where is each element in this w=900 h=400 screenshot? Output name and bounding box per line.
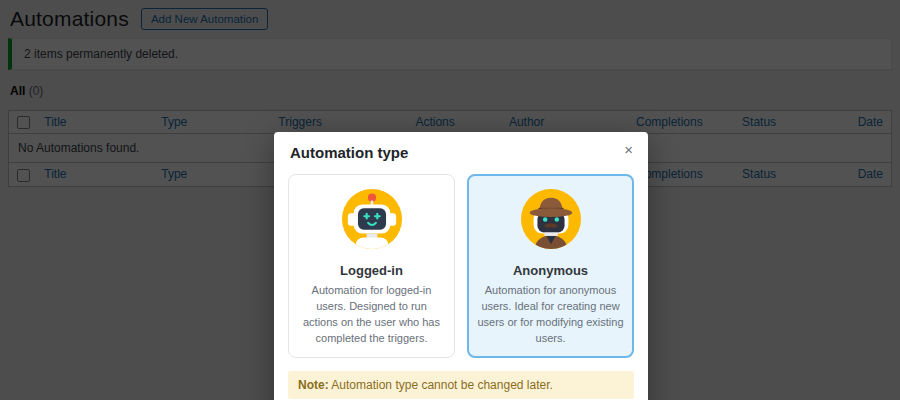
note-text: Automation type cannot be changed later. [329,378,553,392]
option-title: Logged-in [298,263,445,278]
close-icon[interactable]: × [620,138,637,161]
option-description: Automation for anonymous users. Ideal fo… [477,283,624,347]
option-logged-in-card[interactable]: Logged-in Automation for logged-in users… [288,174,455,358]
screen: Automations Add New Automation 2 items p… [0,0,900,400]
modal-title: Automation type [290,144,632,161]
note-label: Note: [298,378,329,392]
automation-type-options: Logged-in Automation for logged-in users… [274,170,648,358]
anonymous-robot-icon [520,188,582,250]
modal-header: Automation type × [274,132,648,170]
option-title: Anonymous [477,263,624,278]
automation-type-modal: Automation type × [274,132,648,400]
option-description: Automation for logged-in users. Designed… [298,283,445,347]
option-anonymous-card[interactable]: Anonymous Automation for anonymous users… [467,174,634,358]
robot-icon [341,188,403,250]
note-banner: Note: Automation type cannot be changed … [288,371,634,399]
